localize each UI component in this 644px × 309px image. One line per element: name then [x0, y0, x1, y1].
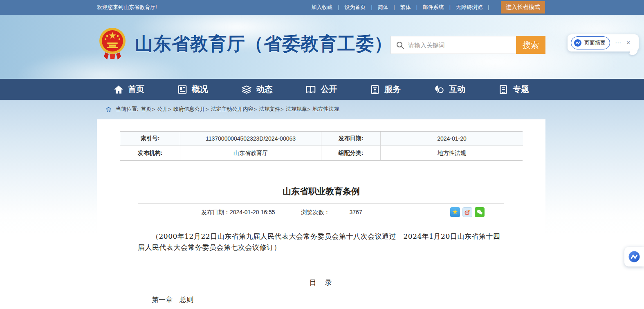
- nav-item-disclosure[interactable]: 公开: [305, 84, 337, 95]
- views-value: 3767: [350, 209, 362, 216]
- divider: [138, 203, 504, 204]
- separator: |: [488, 4, 489, 10]
- breadcrumb-separator: >: [280, 106, 284, 112]
- close-icon[interactable]: ×: [626, 39, 630, 47]
- breadcrumb-item-local-regulations[interactable]: 地方性法规: [312, 105, 339, 113]
- publish-date-value: 2024-01-20 16:55: [230, 209, 275, 216]
- info-label-index: 索引号:: [120, 132, 180, 146]
- link-mail-system[interactable]: 邮件系统: [423, 4, 444, 11]
- search-bar: 搜索: [390, 36, 545, 54]
- main-nav: 首页 概况 动态: [0, 79, 644, 100]
- overview-icon: [177, 84, 188, 95]
- assistant-logo-icon: [628, 251, 640, 263]
- link-set-homepage[interactable]: 设为首页: [344, 4, 366, 11]
- link-add-favorite[interactable]: 加入收藏: [311, 4, 332, 11]
- separator: |: [338, 4, 339, 10]
- separator: |: [371, 4, 372, 10]
- article-paragraph: （2000年12月22日山东省第九届人民代表大会常务委员会第十八次会议通过 20…: [138, 231, 504, 253]
- info-value-agency: 山东省教育厅: [180, 146, 321, 160]
- info-label-category: 组配分类:: [321, 146, 381, 160]
- nav-item-overview[interactable]: 概况: [177, 84, 208, 95]
- topic-icon: [498, 84, 509, 95]
- breadcrumb-item-regulation-files[interactable]: 法规文件: [259, 105, 280, 113]
- summary-logo-icon: [574, 39, 582, 47]
- top-bar: 欢迎您来到山东省教育厅! 加入收藏 | 设为首页 | 简体 | 繁体 | 邮件系…: [0, 0, 644, 15]
- breadcrumb-item-statutory[interactable]: 法定主动公开内容: [211, 105, 253, 113]
- link-accessibility[interactable]: 无障碍浏览: [456, 4, 482, 11]
- nav-item-news[interactable]: 动态: [241, 84, 273, 95]
- page-summary-button[interactable]: 页面摘要: [571, 36, 610, 49]
- breadcrumb-item-disclosure[interactable]: 公开: [157, 105, 168, 113]
- breadcrumb: 当前位置: 首页 > 公开 > 政府信息公开 > 法定主动公开内容 > 法规文件…: [105, 105, 339, 113]
- info-value-category: 地方性法规: [381, 146, 523, 160]
- nav-item-topics[interactable]: 专题: [498, 84, 529, 95]
- breadcrumb-separator: >: [152, 106, 155, 112]
- national-emblem-icon: [99, 25, 126, 63]
- breadcrumb-prefix: 当前位置:: [116, 105, 139, 113]
- share-bar: [450, 207, 485, 217]
- breadcrumb-separator: >: [254, 106, 257, 112]
- breadcrumb-item-rules[interactable]: 法规规章: [286, 105, 307, 113]
- breadcrumb-item-home[interactable]: 首页: [141, 105, 152, 113]
- separator: |: [416, 4, 417, 10]
- breadcrumb-separator: >: [168, 106, 171, 112]
- search-input-wrap: [390, 36, 516, 54]
- open-book-icon: [305, 84, 316, 95]
- info-value-publish-date: 2024-01-20: [381, 132, 523, 146]
- breadcrumb-item-gov-info[interactable]: 政府信息公开: [173, 105, 205, 113]
- info-label-publish-date: 发布日期:: [321, 132, 381, 146]
- welcome-text: 欢迎您来到山东省教育厅!: [97, 0, 157, 15]
- document-info-table: 索引号: 11370000004502323D/2024-00063 发布日期:…: [120, 131, 523, 161]
- assistant-float-button[interactable]: [624, 247, 644, 266]
- nav-item-interact[interactable]: 互动: [433, 84, 465, 95]
- article-meta: 发布日期： 2024-01-20 16:55 浏览次数： 3767: [138, 206, 504, 218]
- article-title: 山东省职业教育条例: [97, 186, 545, 197]
- content-area: 索引号: 11370000004502323D/2024-00063 发布日期:…: [97, 119, 545, 309]
- elder-mode-button[interactable]: 进入长者模式: [501, 1, 545, 13]
- toc-heading: 目 录: [138, 278, 504, 287]
- page: 欢迎您来到山东省教育厅! 加入收藏 | 设为首页 | 简体 | 繁体 | 邮件系…: [0, 0, 644, 309]
- views-label: 浏览次数：: [301, 209, 330, 216]
- separator: |: [394, 4, 395, 10]
- qzone-share-icon[interactable]: [450, 207, 460, 217]
- nav-item-home[interactable]: 首页: [113, 84, 144, 95]
- nav-item-service[interactable]: 服务: [370, 84, 401, 95]
- breadcrumb-separator: >: [206, 106, 209, 112]
- weibo-share-icon[interactable]: [462, 207, 472, 217]
- search-input[interactable]: [408, 36, 512, 54]
- toc-item-chapter1: 第一章 总则: [138, 295, 504, 305]
- site-title: 山东省教育厅（省委教育工委）: [135, 32, 393, 56]
- search-icon: [396, 41, 405, 50]
- more-options-icon[interactable]: ⋯: [615, 39, 622, 47]
- info-value-index: 11370000004502323D/2024-00063: [180, 132, 321, 146]
- home-icon: [113, 84, 124, 95]
- interact-icon: [433, 84, 445, 95]
- link-traditional[interactable]: 繁体: [400, 4, 411, 11]
- breadcrumb-home-icon: [105, 106, 112, 112]
- separator: |: [449, 4, 451, 10]
- site-header: 山东省教育厅（省委教育工委） 搜索: [0, 15, 644, 79]
- link-simplified[interactable]: 简体: [378, 4, 388, 11]
- publish-date-label: 发布日期：: [201, 209, 230, 216]
- page-summary-widget: 页面摘要 ⋯ ×: [568, 34, 639, 52]
- news-icon: [241, 84, 252, 95]
- info-label-agency: 发布机构:: [120, 146, 180, 160]
- service-icon: [370, 84, 380, 95]
- breadcrumb-separator: >: [307, 106, 311, 112]
- wechat-share-icon[interactable]: [475, 207, 485, 217]
- topbar-links: 加入收藏 | 设为首页 | 简体 | 繁体 | 邮件系统 | 无障碍浏览 | 进…: [311, 0, 545, 15]
- page-summary-label: 页面摘要: [584, 39, 606, 47]
- search-button[interactable]: 搜索: [516, 36, 545, 54]
